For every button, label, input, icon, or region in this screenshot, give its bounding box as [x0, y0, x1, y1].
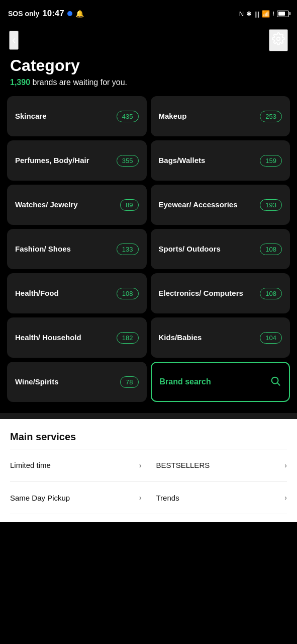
category-badge: 108	[117, 288, 139, 299]
svg-point-1	[272, 377, 278, 383]
sos-label: SOS only	[8, 10, 39, 18]
category-name: Brand search	[160, 377, 270, 387]
service-name: BESTSELLERS	[156, 460, 210, 470]
category-card[interactable]: Brand search	[151, 362, 290, 402]
category-name: Kids/Babies	[159, 333, 260, 343]
category-name: Watches/ Jewelry	[15, 200, 120, 210]
service-arrow-icon: ›	[284, 494, 287, 502]
status-dot	[67, 11, 72, 16]
notification-icon: 🔔	[75, 10, 84, 18]
category-card[interactable]: Watches/ Jewelry89	[7, 185, 147, 225]
status-time: 10:47	[42, 9, 64, 19]
category-badge: 355	[117, 155, 139, 167]
category-badge: 253	[260, 111, 282, 122]
service-arrow-icon: ›	[139, 461, 142, 469]
category-card[interactable]: Wine/Spirits78	[7, 362, 147, 402]
category-name: Perfumes, Body/Hair	[15, 155, 117, 166]
page-subtitle: 1,390 brands are waiting for you.	[10, 78, 287, 87]
service-item[interactable]: Same Day Pickup›	[10, 482, 149, 515]
category-name: Health/ Household	[15, 333, 117, 343]
category-badge: 108	[260, 244, 282, 255]
category-badge: 89	[120, 199, 138, 211]
category-badge: 133	[117, 244, 139, 255]
service-arrow-icon: ›	[139, 494, 142, 502]
search-icon	[270, 375, 281, 389]
category-badge: 435	[117, 111, 139, 122]
wifi-icon: 📶	[262, 10, 270, 18]
category-name: Health/Food	[15, 288, 117, 298]
status-right: N ✱ ||| 📶 !	[239, 10, 289, 18]
category-card[interactable]: Fashion/ Shoes133	[7, 229, 147, 269]
svg-line-2	[277, 383, 280, 385]
service-name: Limited time	[10, 460, 51, 470]
service-name: Trends	[156, 493, 179, 503]
vibrate-icon: |||	[254, 10, 259, 18]
service-item[interactable]: Limited time›	[10, 449, 149, 482]
category-badge: 108	[260, 288, 282, 299]
subtitle-text: brands are waiting for you.	[33, 78, 128, 87]
category-card[interactable]: Health/Food108	[7, 273, 147, 313]
category-badge: 182	[117, 332, 139, 344]
status-bar: SOS only 10:47 🔔 N ✱ ||| 📶 !	[0, 0, 297, 25]
category-grid: Skincare435Makeup253Perfumes, Body/Hair3…	[0, 96, 297, 402]
category-card[interactable]: Sports/ Outdoors108	[151, 229, 290, 269]
service-name: Same Day Pickup	[10, 493, 70, 503]
main-services-section: Main services Limited time›BESTSELLERS›S…	[0, 419, 297, 522]
category-name: Fashion/ Shoes	[15, 244, 117, 254]
category-card[interactable]: Kids/Babies104	[151, 317, 290, 358]
category-card[interactable]: Perfumes, Body/Hair355	[7, 140, 147, 181]
category-card[interactable]: Electronics/ Computers108	[151, 273, 290, 313]
bluetooth-icon: ✱	[246, 10, 252, 18]
section-divider	[0, 413, 297, 419]
category-card[interactable]: Skincare435	[7, 96, 147, 136]
category-card[interactable]: Makeup253	[151, 96, 290, 136]
category-name: Electronics/ Computers	[159, 288, 260, 298]
nfc-icon: N	[239, 10, 244, 18]
category-name: Eyewear/ Accessories	[159, 200, 260, 210]
status-left: SOS only 10:47 🔔	[8, 9, 84, 19]
signal-alert-icon: !	[272, 10, 274, 18]
category-name: Makeup	[159, 111, 260, 121]
category-card[interactable]: Eyewear/ Accessories193	[151, 185, 290, 225]
service-item[interactable]: Trends›	[149, 482, 287, 515]
category-badge: 193	[260, 199, 282, 211]
page-title: Category	[10, 56, 287, 75]
category-name: Skincare	[15, 111, 117, 121]
service-item[interactable]: BESTSELLERS›	[149, 449, 287, 482]
category-name: Wine/Spirits	[15, 377, 120, 387]
back-button[interactable]: ‹	[9, 31, 19, 50]
services-grid: Limited time›BESTSELLERS›Same Day Pickup…	[10, 449, 287, 514]
category-badge: 78	[120, 376, 138, 388]
main-services-title: Main services	[10, 431, 287, 443]
top-nav: ‹	[0, 25, 297, 56]
brand-count: 1,390	[10, 78, 30, 87]
category-badge: 159	[260, 155, 282, 167]
settings-icon	[272, 32, 285, 45]
page-header: Category 1,390 brands are waiting for yo…	[0, 56, 297, 96]
settings-button[interactable]	[269, 29, 288, 51]
svg-point-0	[277, 37, 280, 41]
category-card[interactable]: Health/ Household182	[7, 317, 147, 358]
category-badge: 104	[260, 332, 282, 344]
service-arrow-icon: ›	[284, 461, 287, 469]
category-name: Sports/ Outdoors	[159, 244, 260, 254]
category-name: Bags/Wallets	[159, 155, 260, 166]
battery-icon	[277, 11, 289, 17]
category-card[interactable]: Bags/Wallets159	[151, 140, 290, 181]
